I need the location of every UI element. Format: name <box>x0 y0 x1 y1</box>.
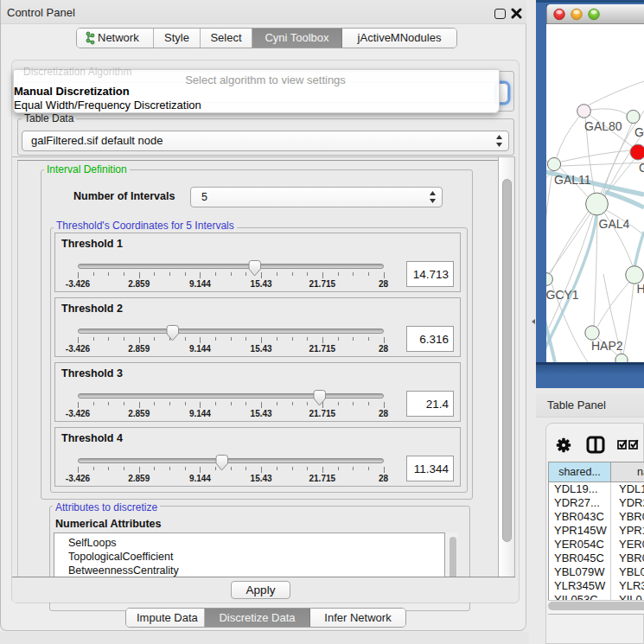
svg-text:GAL4: GAL4 <box>599 217 630 231</box>
svg-text:HAP2: HAP2 <box>591 339 623 353</box>
svg-text:G: G <box>639 161 644 175</box>
svg-text:GAL11: GAL11 <box>554 173 591 187</box>
svg-text:G..: G.. <box>634 125 644 139</box>
svg-text:H: H <box>637 282 644 296</box>
svg-text:GCY1: GCY1 <box>546 288 579 302</box>
svg-text:GAL80: GAL80 <box>584 119 622 133</box>
